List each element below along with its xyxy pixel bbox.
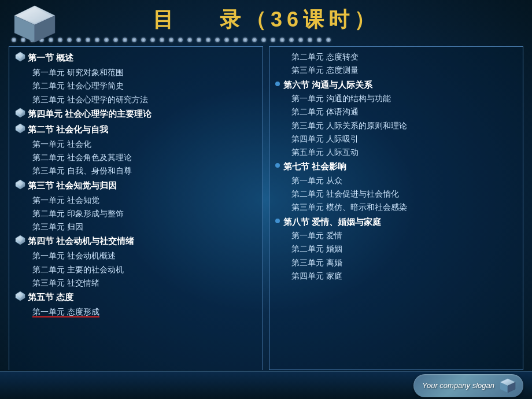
list-item: 第三单元 归因 (15, 221, 257, 233)
decorative-dot (261, 38, 266, 42)
decorative-dot (243, 38, 247, 42)
sub-item-text: 第一单元 从众 (291, 175, 342, 187)
decorative-dot (150, 38, 155, 42)
slogan-text: Your company slogan (422, 381, 494, 390)
list-item: 第四单元 家庭 (275, 271, 517, 282)
gem-icon (15, 291, 25, 305)
list-item: 第二单元 体语沟通 (275, 106, 517, 118)
decorative-dot (308, 38, 312, 42)
slogan-badge: Your company slogan (413, 374, 523, 397)
dots-divider (0, 36, 532, 43)
left-panel: 第一节 概述第一单元 研究对象和范围第二单元 社会心理学简史第三单元 社会心理学… (9, 46, 263, 370)
sub-item-text: 第二单元 婚姻 (291, 243, 342, 255)
section-title: 第四节 社会动机与社交情绪 (28, 235, 134, 248)
bullet-icon (275, 163, 280, 168)
section-title: 第七节 社会影响 (283, 160, 346, 173)
decorative-dot (252, 38, 257, 42)
sub-item-text: 第五单元 人际互动 (291, 147, 359, 158)
list-item: 第四节 社会动机与社交情绪 (15, 235, 257, 249)
list-item: 第二单元 主要的社会动机 (15, 264, 257, 276)
decorative-dot (160, 38, 164, 42)
decorative-dot (178, 38, 183, 42)
sub-item-text: 第三单元 离婚 (291, 257, 342, 269)
list-item: 第二单元 印象形成与整饰 (15, 208, 257, 220)
section-title: 第六节 沟通与人际关系 (283, 79, 372, 92)
list-item: 第三节 社会知觉与归因 (15, 179, 257, 193)
decorative-dot (132, 38, 136, 42)
right-panel: 第二单元 态度转变第三单元 态度测量第六节 沟通与人际关系第一单元 沟通的结构与… (269, 46, 523, 370)
decorative-dot (280, 38, 285, 42)
list-item: 第一单元 社会知觉 (15, 195, 257, 206)
decorative-dot (187, 38, 192, 42)
header: 目 录（36课时） (0, 0, 532, 36)
sub-item-text: 第三单元 态度测量 (291, 65, 359, 76)
decorative-dot (326, 38, 331, 42)
list-item: 第一单元 社会化 (15, 139, 257, 150)
sub-item-text: 第一单元 沟通的结构与功能 (291, 93, 391, 105)
section-title: 第三节 社会知觉与归因 (28, 179, 117, 193)
decorative-dot (104, 38, 109, 42)
list-item: 第二节 社会化与自我 (15, 123, 257, 137)
decorative-dot (317, 38, 322, 42)
section-title: 第一节 概述 (28, 51, 73, 65)
main-content: 第一节 概述第一单元 研究对象和范围第二单元 社会心理学简史第三单元 社会心理学… (0, 43, 532, 373)
sub-item-text: 第三单元 社交情绪 (32, 278, 99, 289)
decorative-dot (289, 38, 294, 42)
decorative-dot (169, 38, 173, 42)
list-item: 第一单元 态度形成 (15, 306, 257, 318)
decorative-dot (123, 38, 127, 42)
bullet-icon (275, 82, 280, 86)
sub-item-text: 第一单元 社会知觉 (32, 195, 99, 206)
list-item: 第一单元 从众 (275, 175, 517, 187)
gem-icon (15, 51, 25, 65)
slogan-logo-icon (499, 378, 516, 394)
decorative-dot (67, 38, 72, 42)
sub-item-text: 第二单元 社会促进与社会惰化 (291, 189, 399, 200)
list-item: 第二单元 社会促进与社会惰化 (275, 189, 517, 200)
gem-icon (15, 123, 25, 137)
bottom-bar: Your company slogan (0, 371, 532, 399)
list-item: 第二单元 态度转变 (275, 51, 517, 63)
decorative-dot (234, 38, 238, 42)
sub-item-text: 第一单元 态度形成 (32, 306, 99, 318)
list-item: 第一单元 研究对象和范围 (15, 67, 257, 79)
sub-item-text: 第四单元 人际吸引 (291, 134, 359, 145)
logo (12, 3, 58, 49)
gem-icon (15, 179, 25, 193)
sub-item-text: 第三单元 归因 (32, 221, 83, 233)
decorative-dot (95, 38, 99, 42)
list-item: 第五单元 人际互动 (275, 147, 517, 158)
section-title: 第四单元 社会心理学的主要理论 (28, 108, 152, 121)
list-item: 第一单元 社会动机概述 (15, 250, 257, 262)
list-item: 第一单元 爱情 (275, 230, 517, 242)
sub-item-text: 第三单元 自我、身份和自尊 (32, 165, 132, 177)
list-item: 第一节 概述 (15, 51, 257, 65)
decorative-dot (298, 38, 303, 42)
decorative-dot (197, 38, 201, 42)
sub-item-text: 第二单元 态度转变 (291, 51, 359, 63)
list-item: 第三单元 态度测量 (275, 65, 517, 76)
list-item: 第二单元 社会角色及其理论 (15, 152, 257, 164)
list-item: 第六节 沟通与人际关系 (275, 79, 517, 92)
list-item: 第二单元 婚姻 (275, 243, 517, 255)
list-item: 第三单元 人际关系的原则和理论 (275, 120, 517, 132)
decorative-dot (86, 38, 90, 42)
sub-item-text: 第二单元 社会心理学简史 (32, 80, 124, 92)
sub-item-text: 第二单元 体语沟通 (291, 106, 359, 118)
list-item: 第三单元 社会心理学的研究方法 (15, 94, 257, 106)
sub-item-text: 第二单元 主要的社会动机 (32, 264, 124, 276)
list-item: 第八节 爱情、婚姻与家庭 (275, 216, 517, 229)
list-item: 第三单元 社交情绪 (15, 278, 257, 289)
list-item: 第四单元 人际吸引 (275, 134, 517, 145)
sub-item-text: 第二单元 社会角色及其理论 (32, 152, 132, 164)
sub-item-text: 第一单元 社会动机概述 (32, 250, 116, 262)
list-item: 第二单元 社会心理学简史 (15, 80, 257, 92)
decorative-dot (58, 38, 62, 42)
section-title: 第八节 爱情、婚姻与家庭 (283, 216, 381, 229)
list-item: 第七节 社会影响 (275, 160, 517, 173)
sub-item-text: 第三单元 人际关系的原则和理论 (291, 120, 407, 132)
list-item: 第一单元 沟通的结构与功能 (275, 93, 517, 105)
list-item: 第三单元 自我、身份和自尊 (15, 165, 257, 177)
list-item: 第四单元 社会心理学的主要理论 (15, 108, 257, 121)
list-item: 第三单元 模仿、暗示和社会感染 (275, 202, 517, 213)
